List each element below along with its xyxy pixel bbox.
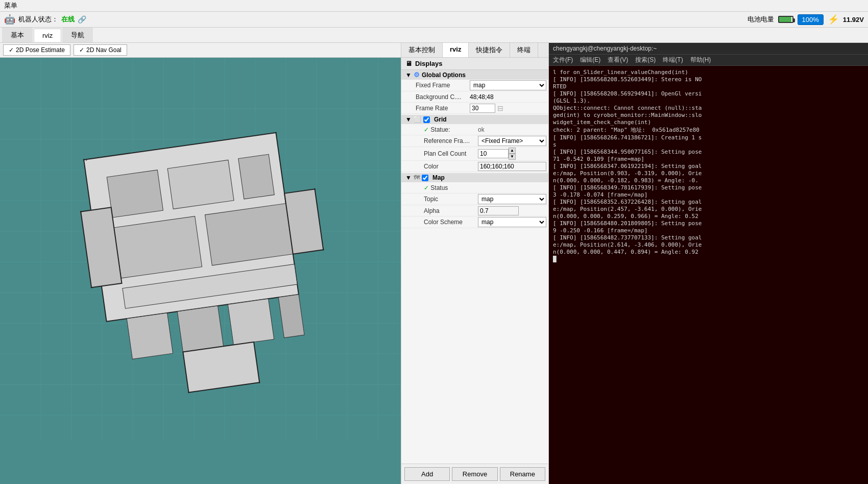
fixed-frame-select[interactable]: map (470, 80, 546, 90)
tab-jiben[interactable]: 基本 (2, 28, 33, 42)
terminal-line: 9 -0.250 -0.166 [frame=/map] (553, 227, 864, 234)
grid-header: ▼ ⬜ Grid (401, 115, 548, 124)
color-scheme-select[interactable]: map (478, 217, 546, 227)
color-input[interactable] (478, 162, 546, 171)
terminal-line: n(0.000, 0.000, 0.447, 0.894) = Angle: 0… (553, 249, 864, 255)
pose-estimate-button[interactable]: ✓ 2D Pose Estimate (3, 44, 70, 56)
plan-cell-count-row: Plan Cell Count ▲ ▼ (401, 147, 548, 161)
terminal-line: n(0.000, 0.000, -0.182, 0.983) = Angle: … (553, 177, 864, 184)
terminal-line: widget_item_check_change(int) (553, 119, 864, 126)
color-scheme-row: Color Scheme map (401, 216, 548, 228)
tab-panel-terminal[interactable]: 终端 (510, 43, 538, 57)
color-value (478, 162, 546, 171)
svg-rect-31 (177, 306, 223, 352)
rviz-toolbar: ✓ 2D Pose Estimate ✓ 2D Nav Goal (0, 43, 401, 58)
terminal-topbar: chengyangkj@chengyangkj-desktop:~ (549, 43, 868, 55)
grid-status-row: ✓ Statue: ok (401, 124, 548, 135)
terminal-area: chengyangkj@chengyangkj-desktop:~ 文件(F) … (549, 43, 868, 484)
topic-select[interactable]: map (478, 194, 546, 204)
pose-estimate-label: 2D Pose Estimate (16, 46, 65, 54)
robot-status: 🤖 机器人状态： 在线 🔗 (4, 14, 86, 25)
battery-label: 电池电量 (748, 15, 774, 24)
bg-color-value (470, 93, 546, 101)
tab-panel-jibenkongzhi[interactable]: 基本控制 (401, 43, 443, 57)
map-header: ▼ 🗺 Map (401, 173, 548, 182)
battery-percent[interactable]: 100% (798, 14, 824, 25)
term-menu-view[interactable]: 查看(V) (608, 56, 628, 64)
terminal-line: [ INFO] [1586568482.737707133]: Setting … (553, 234, 864, 241)
add-button[interactable]: Add (404, 467, 450, 481)
menu-label: 菜单 (4, 2, 17, 9)
term-menu-file[interactable]: 文件(F) (553, 56, 573, 64)
pose-check-icon: ✓ (9, 46, 14, 54)
map-status-row: ✓ Status (401, 182, 548, 193)
grid-icon: ⬜ (414, 116, 421, 123)
tab-panel-rviz[interactable]: rviz (443, 43, 469, 57)
tab-panel-kuaijie[interactable]: 快捷指令 (469, 43, 510, 57)
topic-row: Topic map (401, 193, 548, 205)
panel-tab-bar: 基本控制 rviz 快捷指令 终端 (401, 43, 548, 58)
displays-header: 🖥 Displays (401, 58, 548, 70)
plan-cell-count-label: Plan Cell Count (422, 150, 478, 157)
term-menu-search[interactable]: 搜索(S) (635, 56, 656, 64)
term-menu-help[interactable]: 帮助(H) (690, 56, 711, 64)
map-checkbox[interactable] (422, 175, 428, 181)
global-options-expand[interactable]: ▼ (405, 71, 412, 79)
grid-checkbox[interactable] (423, 116, 430, 123)
fixed-frame-label: Fixed Frame (414, 82, 470, 89)
tab-daohang[interactable]: 导航 (62, 28, 93, 42)
color-label: Color (422, 163, 478, 170)
terminal-content[interactable]: l for on_Slider_linear_valueChanged(int)… (549, 66, 868, 484)
map-status-check: ✓ (424, 184, 430, 191)
term-menu-edit[interactable]: 编辑(E) (580, 56, 600, 64)
bg-color-row: Background C.... (401, 91, 548, 103)
terminal-line: ged(int) to cyrobot_monitor::MainWindow:… (553, 112, 864, 118)
terminal-line: (GLSL 1.3). (553, 98, 864, 104)
topic-value: map (478, 194, 546, 204)
global-options-header: ▼ ⚙ Global Options (401, 70, 548, 80)
svg-rect-28 (205, 204, 293, 265)
terminal-line: QObject::connect: Cannot connect (null):… (553, 105, 864, 111)
svg-rect-27 (114, 216, 202, 278)
terminal-line: [ INFO] [1586568344.950077165]: Setting … (553, 149, 864, 155)
alpha-label: Alpha (422, 207, 478, 214)
spinbox-down[interactable]: ▼ (509, 154, 516, 160)
terminal-line: RTED (553, 83, 864, 90)
nav-check-icon: ✓ (79, 46, 84, 54)
bg-color-input[interactable] (470, 93, 546, 101)
terminal-line: [ INFO] [1586568266.741386721]: Creating… (553, 134, 864, 141)
grid-label: Grid (434, 116, 447, 123)
reference-frame-label: Reference Fra.... (422, 137, 478, 144)
fixed-frame-row: Fixed Frame map (401, 80, 548, 91)
frame-rate-input[interactable] (470, 104, 495, 113)
plan-cell-count-input[interactable] (478, 149, 509, 158)
spinbox-up[interactable]: ▲ (509, 148, 516, 154)
battery-fill (779, 17, 792, 22)
alpha-input[interactable] (478, 206, 519, 215)
terminal-line: s (553, 141, 864, 148)
svg-rect-30 (127, 313, 173, 359)
rviz-viewport[interactable] (0, 58, 401, 484)
map-label: Map (432, 174, 445, 181)
nav-goal-button[interactable]: ✓ 2D Nav Goal (74, 44, 127, 56)
svg-rect-25 (167, 160, 234, 209)
svg-rect-24 (107, 170, 163, 217)
color-row: Color (401, 161, 548, 172)
terminal-line: 71 -0.542 0.109 [frame=map] (553, 156, 864, 162)
main-tab-bar: 基本 rviz 导航 (0, 28, 868, 43)
map-expand[interactable]: ▼ (405, 174, 412, 181)
tab-rviz[interactable]: rviz (34, 29, 61, 42)
alpha-row: Alpha (401, 205, 548, 216)
grid-expand[interactable]: ▼ (405, 116, 412, 123)
robot-icon: 🤖 (4, 14, 15, 25)
rename-button[interactable]: Rename (500, 467, 545, 481)
remove-button[interactable]: Remove (452, 467, 497, 481)
displays-content[interactable]: ▼ ⚙ Global Options Fixed Frame map Backg… (401, 70, 548, 464)
terminal-line: [ INFO] [1586568208.552603449]: Stereo i… (553, 76, 864, 83)
battery-visual (778, 16, 793, 23)
term-menu-terminal[interactable]: 终端(T) (663, 56, 683, 64)
reference-frame-select[interactable]: <Fixed Frame> (478, 136, 546, 146)
frame-rate-row: Frame Rate ⊟ (401, 103, 548, 114)
lightning-icon: ⚡ (828, 14, 839, 25)
grid-status-label: ✓ Statue: (422, 126, 478, 133)
